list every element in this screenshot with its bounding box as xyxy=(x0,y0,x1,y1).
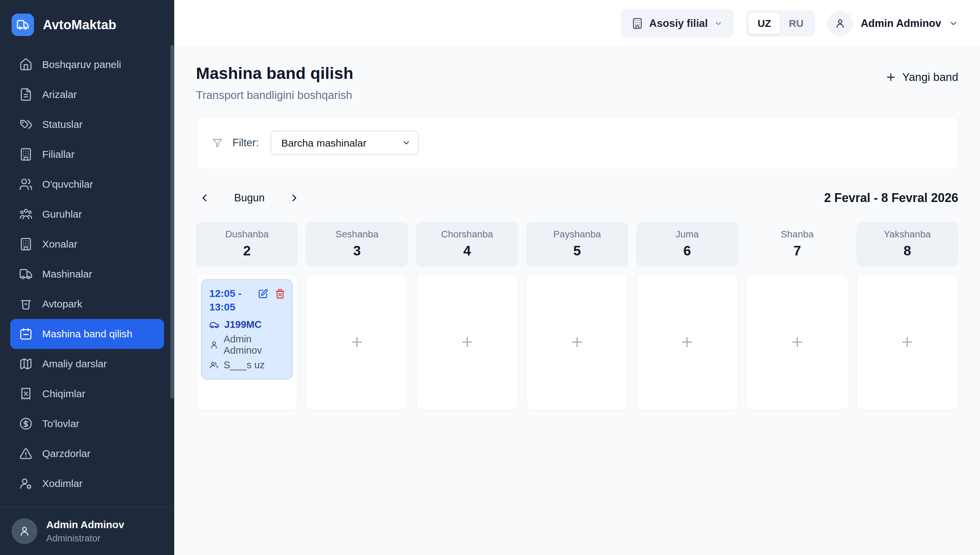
bin-icon xyxy=(19,297,33,311)
language-toggle: UZ RU xyxy=(746,10,815,37)
sidebar-nav: Boshqaruv paneli Arizalar Statuslar Fili… xyxy=(0,48,174,507)
car-filter-select[interactable]: Barcha mashinalar xyxy=(270,131,419,155)
edit-booking-button[interactable] xyxy=(258,289,268,299)
add-booking-button[interactable] xyxy=(857,274,958,410)
sidebar-item-label: O'quvchilar xyxy=(42,178,93,190)
day-slot xyxy=(636,274,738,410)
user-menu[interactable]: Admin Adminov xyxy=(827,11,958,36)
sidebar-item-label: Arizalar xyxy=(42,89,77,100)
day-slot xyxy=(856,274,958,410)
branch-selector[interactable]: Asosiy filial xyxy=(621,9,734,38)
week-date-range: 2 Fevral - 8 Fevral 2026 xyxy=(824,191,958,205)
sidebar-item-rooms[interactable]: Xonalar xyxy=(10,229,164,259)
users-icon xyxy=(19,178,33,191)
map-icon xyxy=(19,357,33,371)
add-booking-button[interactable] xyxy=(306,274,407,410)
add-booking-button[interactable] xyxy=(637,274,738,410)
day-name: Dushanba xyxy=(196,229,298,240)
sidebar-user-footer[interactable]: Admin Adminov Administrator xyxy=(0,507,174,555)
booking-card[interactable]: 12:05 - 13:05 J199MC Admin xyxy=(201,279,292,380)
day-column-wednesday: Chorshanba 4 xyxy=(416,222,518,410)
sidebar-item-groups[interactable]: Guruhlar xyxy=(10,199,164,229)
lang-ru-button[interactable]: RU xyxy=(780,13,812,34)
new-booking-button[interactable]: Yangi band xyxy=(885,71,958,83)
day-slot xyxy=(306,274,408,410)
sidebar-item-staff[interactable]: Xodimlar xyxy=(10,468,164,499)
sidebar-item-practical-lessons[interactable]: Amaliy darslar xyxy=(10,349,164,379)
users-icon xyxy=(209,361,219,370)
add-booking-button[interactable] xyxy=(747,274,848,410)
app-title: AvtoMaktab xyxy=(43,18,116,32)
sidebar-item-car-booking[interactable]: Mashina band qilish xyxy=(10,319,164,349)
chevron-down-icon xyxy=(714,19,723,28)
day-header: Chorshanba 4 xyxy=(416,222,518,266)
week-navigation: Bugun 2 Fevral - 8 Fevral 2026 xyxy=(196,189,958,207)
day-column-friday: Juma 6 xyxy=(636,222,738,410)
sidebar-item-label: To'lovlar xyxy=(42,418,79,430)
day-column-saturday: Shanba 7 xyxy=(746,222,848,410)
sidebar-item-label: Statuslar xyxy=(42,119,82,130)
add-booking-button[interactable] xyxy=(416,274,517,410)
day-name: Juma xyxy=(636,229,738,240)
sidebar-item-label: Qarzdorlar xyxy=(42,448,90,459)
filter-card: Filter: Barcha mashinalar xyxy=(196,116,958,170)
sidebar: AvtoMaktab Boshqaruv paneli Arizalar Sta… xyxy=(0,0,174,555)
page-subtitle: Transport bandligini boshqarish xyxy=(196,89,353,102)
alert-triangle-icon xyxy=(19,447,33,460)
day-number: 4 xyxy=(416,243,518,258)
sidebar-item-statuses[interactable]: Statuslar xyxy=(10,109,164,140)
add-booking-button[interactable] xyxy=(526,274,628,410)
delete-booking-button[interactable] xyxy=(275,289,285,299)
sidebar-item-label: Avtopark xyxy=(42,298,82,310)
booking-group-row: S___s uz xyxy=(209,359,285,371)
booking-time: 12:05 - 13:05 xyxy=(209,287,255,314)
receipt-icon xyxy=(19,387,33,401)
day-header: Seshanba 3 xyxy=(306,222,408,266)
day-name: Shanba xyxy=(746,229,848,240)
user-menu-name: Admin Adminov xyxy=(861,18,941,30)
booking-actions xyxy=(258,289,285,299)
building-icon xyxy=(19,148,33,161)
page-header: Mashina band qilish Transport bandligini… xyxy=(196,64,958,102)
sidebar-item-applications[interactable]: Arizalar xyxy=(10,80,164,109)
truck-icon xyxy=(19,267,33,281)
person-icon xyxy=(209,340,219,350)
home-icon xyxy=(19,58,33,71)
day-slot: 12:05 - 13:05 J199MC Admin xyxy=(196,274,298,410)
day-number: 5 xyxy=(526,243,628,258)
building-icon xyxy=(19,237,33,251)
day-name: Seshanba xyxy=(306,229,408,240)
sidebar-item-branches[interactable]: Filiallar xyxy=(10,140,164,169)
sidebar-scrollbar[interactable] xyxy=(170,45,174,399)
sidebar-item-cars[interactable]: Mashinalar xyxy=(10,259,164,289)
building-icon xyxy=(631,18,643,29)
filter-icon xyxy=(212,137,223,148)
sidebar-item-dashboard[interactable]: Boshqaruv paneli xyxy=(10,50,164,80)
day-column-monday: Dushanba 2 12:05 - 13:05 xyxy=(196,222,298,410)
car-icon xyxy=(209,320,220,330)
plus-icon xyxy=(885,71,896,83)
sidebar-item-debtors[interactable]: Qarzdorlar xyxy=(10,439,164,468)
sidebar-item-payments[interactable]: To'lovlar xyxy=(10,409,164,439)
sidebar-item-students[interactable]: O'quvchilar xyxy=(10,169,164,199)
day-header: Yakshanba 8 xyxy=(856,222,958,266)
day-slot xyxy=(416,274,518,410)
today-button[interactable]: Bugun xyxy=(234,192,265,204)
booking-top-row: 12:05 - 13:05 xyxy=(209,287,285,314)
new-booking-label: Yangi band xyxy=(902,71,958,83)
sidebar-item-label: Chiqimlar xyxy=(42,388,85,399)
prev-week-button[interactable] xyxy=(196,189,213,207)
sidebar-item-fleet[interactable]: Avtopark xyxy=(10,289,164,319)
day-number: 8 xyxy=(856,243,958,258)
page-title-block: Mashina band qilish Transport bandligini… xyxy=(196,64,353,102)
calendar-icon xyxy=(19,327,33,341)
day-slot xyxy=(746,274,848,410)
day-number: 6 xyxy=(636,243,738,258)
lang-uz-button[interactable]: UZ xyxy=(749,13,780,34)
sidebar-item-label: Xonalar xyxy=(42,238,77,250)
sidebar-item-label: Guruhlar xyxy=(42,209,82,220)
sidebar-item-expenses[interactable]: Chiqimlar xyxy=(10,379,164,409)
next-week-button[interactable] xyxy=(286,189,303,207)
app-logo[interactable]: AvtoMaktab xyxy=(0,0,174,48)
topbar: Asosiy filial UZ RU Admin Adminov xyxy=(174,0,980,47)
